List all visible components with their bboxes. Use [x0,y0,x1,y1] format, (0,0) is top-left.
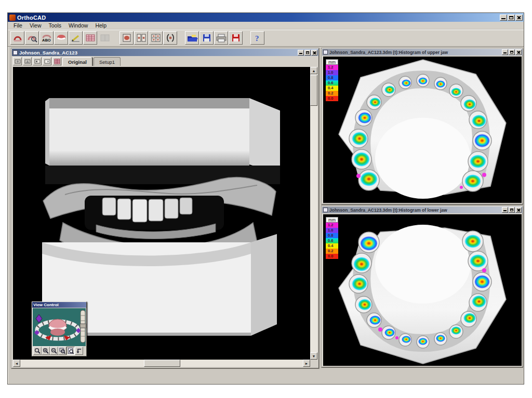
close-button[interactable] [515,15,523,21]
upper-jaw-occlusogram [323,57,522,203]
rotation-ring [33,308,87,347]
view-top-button[interactable] [23,57,32,65]
tab-setup1-label: Setup1 [99,59,115,65]
arrow-down-icon: ▼ [312,354,316,358]
zoom-in-icon [43,348,49,354]
scroll-down-button[interactable]: ▼ [310,352,317,360]
compare-tool-button [98,31,112,45]
legend-band: 0.0 [326,96,338,101]
teeth-grid-tool-button[interactable] [83,31,97,45]
distance-legend: mm 1.2 1.0 0.8 0.6 0.4 0.2 0.0 [326,59,338,101]
menu-help[interactable]: Help [91,22,110,29]
menu-view[interactable]: View [26,22,45,29]
zoom-model-icon [27,33,37,43]
zoom-window-button[interactable] [58,347,66,355]
legend-band: 0.4 [326,86,338,91]
main-titlebar[interactable]: OrthoCAD [8,13,524,22]
model-close-button[interactable] [311,50,317,56]
legend-band: 1.0 [326,70,338,75]
distance-legend: mm 1.2 1.0 0.8 0.6 0.4 0.2 0.0 [326,217,338,259]
single-view-tool-button[interactable] [119,31,134,45]
zoom-model-tool-button[interactable] [25,31,39,45]
scroll-right-button[interactable]: ► [303,360,310,367]
zoom-out-button[interactable] [50,347,58,355]
zoom-in-button[interactable] [42,347,50,355]
view-control-titlebar[interactable]: View Control [32,302,86,308]
scroll-left-button[interactable]: ◄ [13,360,20,367]
upper-jaw-viewport[interactable]: mm 1.2 1.0 0.8 0.6 0.4 0.2 0.0 [323,57,522,203]
lower-minimize-button[interactable] [502,207,508,213]
view-right-button[interactable] [43,57,51,65]
menu-window[interactable]: Window [65,22,91,29]
svg-text:ABO: ABO [42,38,51,43]
occlusogram-button[interactable] [52,57,61,65]
view-rotation-control[interactable] [33,308,86,346]
view-front-button[interactable] [13,57,22,65]
measure-tool-button[interactable] [69,31,83,45]
upper-window-titlebar[interactable]: Johnson_Sandra_AC123.3dm (t):Histogram o… [322,49,523,56]
upper-maximize-button[interactable] [509,49,515,55]
quad-view-tool-button[interactable] [149,31,163,45]
model-window: Johnson_Sandra_AC123 Original Setup1 [11,48,319,368]
horizontal-scrollbar[interactable]: ◄ ► [13,360,310,367]
arrow-right-icon: ► [305,362,309,365]
vertical-scrollbar[interactable]: ▲ ▼ [310,67,317,360]
upper-window-title: Johnson_Sandra_AC123.3dm (t):Histogram o… [329,50,501,55]
cast-model-icon [12,33,23,43]
tab-setup1[interactable]: Setup1 [94,57,121,66]
occlusion-view-tool-button[interactable] [163,31,177,45]
model-3d-viewport[interactable]: View Control [13,67,310,360]
occlusogram-icon [54,59,60,64]
help-button[interactable]: ? [250,31,264,45]
dual-view-icon [136,33,147,43]
tab-original[interactable]: Original [62,57,92,66]
export-file-button[interactable] [229,31,243,45]
open-file-button[interactable] [185,31,199,45]
cast-model-tool-button[interactable] [10,31,24,45]
tab-original-label: Original [68,59,87,65]
reset-view-button[interactable] [75,347,83,355]
mdi-client-area: Johnson_Sandra_AC123 Original Setup1 [8,47,523,383]
legend-band: 0.2 [326,249,338,254]
abo-icon: ABO [41,33,52,43]
lower-maximize-button[interactable] [509,207,515,213]
menu-tools[interactable]: Tools [45,22,65,29]
legend-unit-label: mm [326,59,338,65]
reset-arrow-icon [76,348,82,354]
save-file-button[interactable] [200,31,214,45]
upper-minimize-button[interactable] [502,49,508,55]
dual-view-tool-button[interactable] [134,31,148,45]
print-button[interactable] [214,31,228,45]
model-maximize-button[interactable] [304,50,311,56]
app-logo-icon [9,15,16,21]
svg-text:?: ? [255,34,259,43]
zoom-page-button[interactable] [66,347,75,355]
zoom-button[interactable] [33,347,42,355]
single-view-icon [122,33,132,43]
abo-grading-tool-button[interactable]: ABO [39,31,54,45]
hscroll-thumb[interactable] [144,360,180,367]
legend-band: 0.2 [326,91,338,96]
view-left-button[interactable] [33,57,42,65]
upper-close-button[interactable] [515,49,522,55]
document-icon [13,50,18,55]
lower-window-titlebar[interactable]: Johnson_Sandra_AC123.3dm (t):Histogram o… [322,207,523,213]
occlusion-icon [165,33,176,43]
minimize-button[interactable] [500,15,507,21]
document-icon [323,50,328,54]
menu-file[interactable]: File [10,22,26,29]
application-window: OrthoCAD File View Tools Window Help ABO [7,12,524,385]
view-control-palette: View Control [32,301,87,356]
teeth-view-tool-button[interactable] [54,31,68,45]
model-window-titlebar[interactable]: Johnson_Sandra_AC123 [12,49,318,56]
view-control-buttons [33,346,86,355]
maximize-button[interactable] [508,15,515,21]
document-icon [323,208,328,212]
vscroll-thumb[interactable] [310,75,317,106]
resize-grip[interactable] [310,360,317,367]
zoom-window-icon [59,348,65,354]
lower-close-button[interactable] [515,207,522,213]
model-minimize-button[interactable] [298,50,304,56]
lower-jaw-viewport[interactable]: mm 1.2 1.0 0.8 0.6 0.4 0.2 0.0 [323,214,522,366]
scroll-up-button[interactable]: ▲ [310,67,317,74]
